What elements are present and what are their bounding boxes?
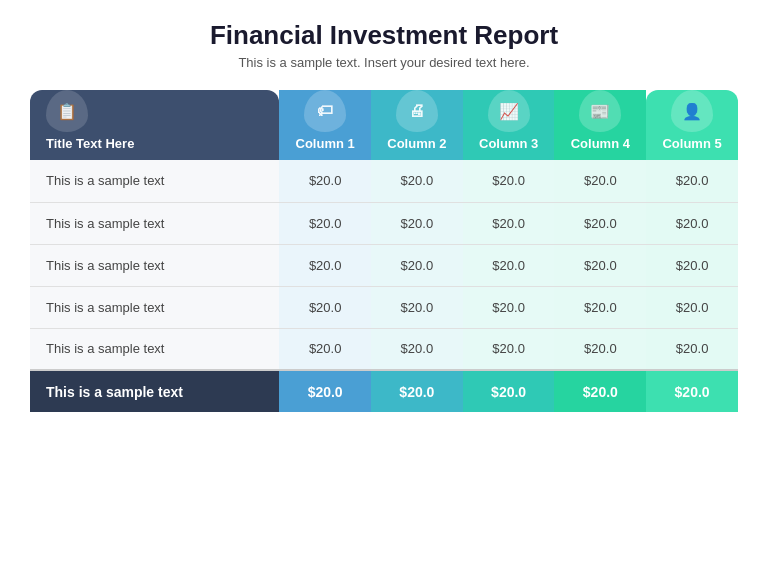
title-icon-bubble: 📋 xyxy=(46,90,88,132)
table-wrapper: 📋 Title Text Here 🏷 Column 1 xyxy=(30,90,738,412)
printer-icon: 🖨 xyxy=(409,102,425,120)
row-col2-cell: $20.0 xyxy=(371,244,463,286)
row-col1-cell: $20.0 xyxy=(279,244,371,286)
row-label-cell: This is a sample text xyxy=(30,160,279,202)
row-col4-cell: $20.0 xyxy=(554,244,646,286)
row-col3-cell: $20.0 xyxy=(463,160,555,202)
col-title-header: 📋 Title Text Here xyxy=(30,90,279,160)
row-col5-cell: $20.0 xyxy=(646,160,738,202)
row-col4-cell: $20.0 xyxy=(554,328,646,370)
table-row: This is a sample text$20.0$20.0$20.0$20.… xyxy=(30,160,738,202)
row-col2-cell: $20.0 xyxy=(371,286,463,328)
row-label-cell: This is a sample text xyxy=(30,202,279,244)
col5-icon-bubble: 👤 xyxy=(671,90,713,132)
row-col5-cell: $20.0 xyxy=(646,286,738,328)
col2-icon-bubble: 🖨 xyxy=(396,90,438,132)
row-col5-cell: $20.0 xyxy=(646,244,738,286)
row-col2-cell: $20.0 xyxy=(371,160,463,202)
total-col5-cell: $20.0 xyxy=(646,370,738,412)
row-col2-cell: $20.0 xyxy=(371,202,463,244)
total-row: This is a sample text$20.0$20.0$20.0$20.… xyxy=(30,370,738,412)
col2-label: Column 2 xyxy=(387,136,446,152)
table-header-row: 📋 Title Text Here 🏷 Column 1 xyxy=(30,90,738,160)
col5-header: 👤 Column 5 xyxy=(646,90,738,160)
table-row: This is a sample text$20.0$20.0$20.0$20.… xyxy=(30,286,738,328)
row-label-cell: This is a sample text xyxy=(30,328,279,370)
total-col1-cell: $20.0 xyxy=(279,370,371,412)
clipboard-icon: 📋 xyxy=(57,102,77,121)
row-col2-cell: $20.0 xyxy=(371,328,463,370)
row-col3-cell: $20.0 xyxy=(463,244,555,286)
row-col3-cell: $20.0 xyxy=(463,202,555,244)
total-col3-cell: $20.0 xyxy=(463,370,555,412)
row-col5-cell: $20.0 xyxy=(646,328,738,370)
col1-header: 🏷 Column 1 xyxy=(279,90,371,160)
row-col3-cell: $20.0 xyxy=(463,328,555,370)
page-title: Financial Investment Report xyxy=(210,20,558,51)
page-subtitle: This is a sample text. Insert your desir… xyxy=(238,55,529,70)
financial-table: 📋 Title Text Here 🏷 Column 1 xyxy=(30,90,738,412)
row-col4-cell: $20.0 xyxy=(554,160,646,202)
col1-icon-bubble: 🏷 xyxy=(304,90,346,132)
row-col4-cell: $20.0 xyxy=(554,286,646,328)
col4-icon-bubble: 📰 xyxy=(579,90,621,132)
col3-header: 📈 Column 3 xyxy=(463,90,555,160)
col4-header: 📰 Column 4 xyxy=(554,90,646,160)
row-col5-cell: $20.0 xyxy=(646,202,738,244)
news-icon: 📰 xyxy=(590,102,610,121)
row-col4-cell: $20.0 xyxy=(554,202,646,244)
col1-label: Column 1 xyxy=(296,136,355,152)
col2-header: 🖨 Column 2 xyxy=(371,90,463,160)
table-row: This is a sample text$20.0$20.0$20.0$20.… xyxy=(30,328,738,370)
chart-icon: 📈 xyxy=(499,102,519,121)
table-row: This is a sample text$20.0$20.0$20.0$20.… xyxy=(30,202,738,244)
row-col1-cell: $20.0 xyxy=(279,202,371,244)
row-col3-cell: $20.0 xyxy=(463,286,555,328)
table-row: This is a sample text$20.0$20.0$20.0$20.… xyxy=(30,244,738,286)
col-title-label: Title Text Here xyxy=(46,136,134,152)
col3-label: Column 3 xyxy=(479,136,538,152)
total-label-cell: This is a sample text xyxy=(30,370,279,412)
row-label-cell: This is a sample text xyxy=(30,244,279,286)
row-label-cell: This is a sample text xyxy=(30,286,279,328)
row-col1-cell: $20.0 xyxy=(279,160,371,202)
col4-label: Column 4 xyxy=(571,136,630,152)
col5-label: Column 5 xyxy=(662,136,721,152)
total-col2-cell: $20.0 xyxy=(371,370,463,412)
row-col1-cell: $20.0 xyxy=(279,328,371,370)
person-icon: 👤 xyxy=(682,102,702,121)
total-col4-cell: $20.0 xyxy=(554,370,646,412)
tag-icon: 🏷 xyxy=(317,102,333,120)
row-col1-cell: $20.0 xyxy=(279,286,371,328)
col3-icon-bubble: 📈 xyxy=(488,90,530,132)
